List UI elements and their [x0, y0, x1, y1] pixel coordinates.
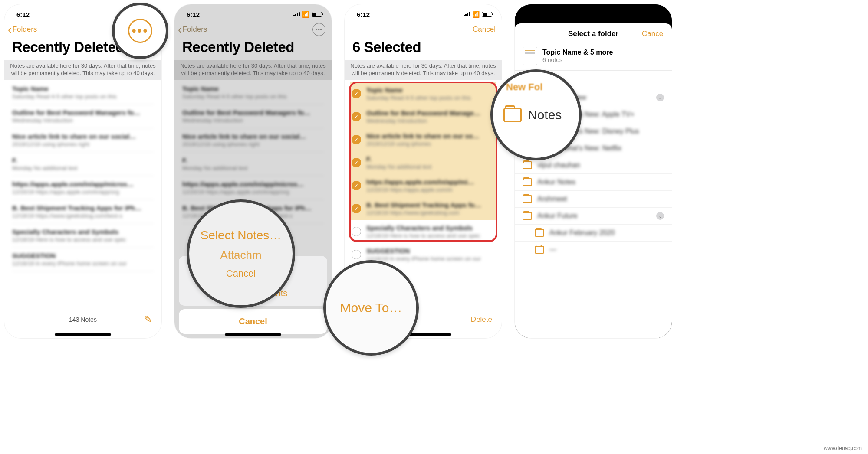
- notes-list: Topic NameSaturday Read 4-5 other top po…: [4, 80, 161, 272]
- folder-row[interactable]: —: [515, 242, 672, 258]
- selectable-note-row[interactable]: ✓ Nice article link to share on our so…2…: [350, 128, 496, 151]
- selection-list: ✓ Topic NameSaturday Read 4-5 other top …: [345, 80, 502, 269]
- summary-title: Topic Name & 5 more: [542, 49, 613, 56]
- note-row[interactable]: https://apps.apple.com/in/app/micros…12/…: [182, 176, 324, 200]
- note-row[interactable]: F.Monday No additional text: [12, 152, 154, 176]
- note-row[interactable]: Nice article link to share on our social…: [12, 128, 154, 152]
- checkbox-icon[interactable]: ✓: [352, 135, 361, 144]
- home-indicator: [55, 333, 111, 336]
- status-bar: 6:12 📶: [174, 4, 332, 21]
- modal-title: Select a folder: [568, 29, 618, 38]
- status-bar: 6:12 📶: [345, 4, 502, 21]
- selectable-note-row[interactable]: ✓ https://apps.apple.com/in/app/mi…12/20…: [350, 174, 496, 197]
- retention-banner: Notes are available here for 30 days. Af…: [345, 60, 502, 80]
- selectable-note-row[interactable]: ✓ Topic NameSaturday Read 4-5 other top …: [350, 82, 496, 105]
- wifi-icon: 📶: [302, 11, 309, 18]
- page-title: Recently Deleted: [174, 39, 332, 60]
- status-icons: 📶: [464, 11, 492, 18]
- note-row[interactable]: B. Best Shipment Tracking Apps for iPh…1…: [12, 200, 154, 224]
- folder-icon: [523, 195, 532, 203]
- note-row[interactable]: Specially Characters and Symbols12/18/19…: [12, 224, 154, 248]
- note-thumbnail-icon: [523, 47, 537, 65]
- folder-row[interactable]: Ankur Notes: [515, 174, 672, 191]
- wifi-icon: 📶: [472, 11, 480, 18]
- folder-icon: [523, 161, 532, 169]
- checkbox-icon[interactable]: [352, 250, 361, 259]
- back-folders-button: ‹ Folders: [178, 24, 207, 35]
- selectable-note-row[interactable]: Specially Characters and Symbols12/18/19…: [350, 220, 496, 243]
- folder-icon: [535, 246, 544, 254]
- clock: 6:12: [16, 11, 30, 18]
- selectable-note-row[interactable]: ✓ Outline for Best Password Manage…Wedne…: [350, 105, 496, 128]
- callout-more-button: •••: [112, 3, 168, 59]
- more-options-button: •••: [312, 23, 326, 36]
- clock: 6:12: [187, 11, 200, 18]
- delete-button[interactable]: Delete: [471, 315, 492, 324]
- cellular-icon: [464, 12, 470, 16]
- modal-header: Select a folder Cancel: [515, 23, 672, 44]
- note-row[interactable]: Nice article link to share on our social…: [182, 128, 324, 152]
- folder-row[interactable]: Arshmeet: [515, 191, 672, 208]
- folder-row[interactable]: Ankur Future ⌄: [515, 208, 672, 225]
- summary-subtitle: 6 notes: [542, 56, 613, 63]
- checkbox-icon[interactable]: ✓: [352, 89, 361, 98]
- note-row[interactable]: Outline for Best Password Managers fo…We…: [12, 105, 154, 128]
- folder-icon: [523, 212, 532, 220]
- ellipsis-icon: •••: [128, 19, 152, 43]
- selectable-note-row[interactable]: ✓ F.Monday No additional text: [350, 151, 496, 174]
- status-icons: 📶: [293, 11, 322, 18]
- chevron-left-icon: ‹: [178, 24, 182, 35]
- folder-icon: [503, 108, 522, 122]
- folder-icon: [535, 229, 544, 237]
- notes-count: 143 Notes: [69, 316, 97, 323]
- note-row[interactable]: Topic NameSaturday Read 4-5 other top po…: [182, 81, 324, 105]
- retention-banner: Notes are available here for 30 days. Af…: [4, 60, 161, 80]
- cancel-selection-button[interactable]: Cancel: [473, 25, 496, 34]
- callout-select-notes: Select Notes… Attachm Cancel: [187, 199, 295, 308]
- folder-row[interactable]: Ankur February 2020: [515, 225, 672, 242]
- note-row[interactable]: F.Monday No additional text: [182, 152, 324, 176]
- back-folders-button[interactable]: ‹ Folders: [8, 24, 37, 35]
- watermark: www.deuaq.com: [824, 445, 862, 451]
- note-row[interactable]: Topic NameSaturday Read 4-5 other top po…: [12, 81, 154, 105]
- note-row[interactable]: https://apps.apple.com/in/app/micros…12/…: [12, 176, 154, 200]
- modal-cancel-button[interactable]: Cancel: [642, 29, 665, 38]
- checkbox-icon[interactable]: ✓: [352, 112, 361, 121]
- cellular-icon: [293, 12, 300, 16]
- chevron-left-icon: ‹: [8, 24, 12, 35]
- selectable-note-row[interactable]: ✓ B. Best Shipment Tracking Apps fo…12/1…: [350, 197, 496, 220]
- page-title: 6 Selected: [345, 39, 502, 60]
- callout-move-to: Move To…: [323, 260, 419, 356]
- note-row[interactable]: Outline for Best Password Managers fo…We…: [182, 105, 324, 128]
- sheet-cancel-button[interactable]: Cancel: [179, 309, 327, 334]
- checkbox-icon[interactable]: ✓: [352, 204, 361, 213]
- battery-icon: [482, 12, 492, 17]
- checkbox-icon[interactable]: [352, 227, 361, 236]
- checkbox-icon[interactable]: ✓: [352, 158, 361, 167]
- clock: 6:12: [357, 11, 370, 18]
- battery-icon: [312, 12, 322, 17]
- compose-icon[interactable]: ✎: [144, 314, 152, 325]
- screen-4-select-folder: 6:12 📶 Select a folder Cancel Topic Name…: [515, 4, 672, 338]
- note-row[interactable]: SUGGESTION12/16/19 In every iPhone home …: [12, 248, 154, 271]
- folder-icon: [523, 178, 532, 186]
- callout-notes-folder: New Fol Notes: [490, 69, 582, 160]
- chevron-down-icon[interactable]: ⌄: [656, 94, 664, 101]
- checkbox-icon[interactable]: ✓: [352, 181, 361, 190]
- chevron-down-icon[interactable]: ⌄: [656, 212, 664, 220]
- home-indicator: [225, 333, 281, 336]
- retention-banner: Notes are available here for 30 days. Af…: [174, 60, 332, 80]
- modal-summary: Topic Name & 5 more 6 notes: [515, 44, 672, 71]
